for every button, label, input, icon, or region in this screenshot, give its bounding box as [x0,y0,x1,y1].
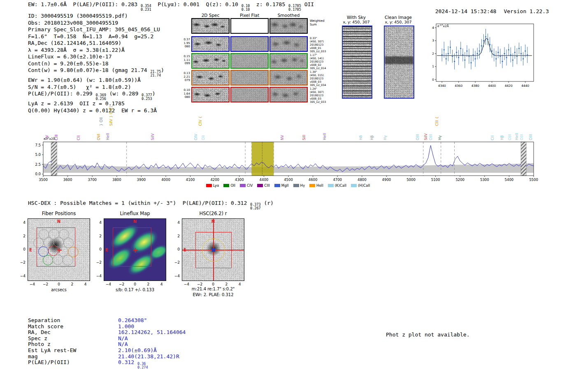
emission-line-label: Hβ [500,135,504,140]
x-tick-label: 5200 [455,178,465,182]
y-tick-label: 4 [19,220,26,225]
clean-image [384,26,414,99]
legend-item: (K)CaII [328,183,346,188]
data-point [489,44,490,45]
x-tick-label: 4500 [284,178,293,182]
data-point [483,40,484,41]
hsc-caption-1: m:21.4 re:1.7" s:0.2" [182,287,244,291]
y-tick-label: 0 [432,78,434,81]
lineflux-map-title: Lineflux Map [104,211,166,216]
info-line: Primary Spec_Slot_IFU_AMP: 305_045_056_L… [28,26,164,33]
emission-line-label: SiII [302,135,306,140]
y-tick-label: 3 [432,39,434,42]
summary-header: EW: 1.7±0.6Å P(LAE)/P(OII): 0.283 0.3540… [28,1,314,11]
emission-line-label: CIV { [198,116,202,126]
y-tick-label: 2 [95,234,102,238]
legend-swatch [223,184,229,187]
legend-swatch [257,184,263,187]
x-tick-label: −4 [104,282,112,286]
match-table-label: P(LAE)/P(OII) [28,360,118,369]
data-point [502,61,503,62]
legend-swatch [206,184,212,187]
emission-line-label: SiIV [151,133,155,140]
report-version: Version 1.22.3 [504,8,549,14]
x-tick-label: 3500 [39,178,48,182]
info-line: F=1.6" T=0.158 N̄=1.13 A=0.94 g=25.2 [28,33,164,40]
cutout-cell-flat [230,36,269,52]
emission-line-label: NV [280,135,284,140]
crosshair-marker [135,248,136,253]
info-line: P(LAE)/P(OII): 0.299 0.3690.256 (w: 0.28… [28,90,164,100]
emission-line-label: OIV [194,133,198,140]
data-point [493,54,495,56]
sky-lines-texture [343,26,372,98]
noise-band [43,163,534,173]
x-tick-label: 0 [55,282,63,286]
y-tick-label: 2 [19,234,26,238]
hsc-cutout-map: NE−4−4−2−2002244 [182,218,244,281]
north-label: N [28,219,90,224]
y-tick-label: 0 [173,247,180,251]
match-table-row: RA, Dec162.124262, 51.164064 [28,329,186,336]
catalog-position-marker [212,248,215,252]
x-tick-label: 4300 [235,178,244,182]
with-sky-title: With Sky [341,15,372,20]
lineflux-caption: s/b: 0.17 +/- 0.133 [104,288,166,292]
match-table-label: RA, Dec [28,329,118,336]
info-line: RA,Dec (162.124146,51.164059) [28,40,164,47]
data-point [499,56,501,57]
cutout-row-fiber-info: 1.17"(450, 141)20180123v008_02305_LU_014 [310,53,339,70]
cutout-row-left-stats: 0.371.95080 [181,38,190,49]
x-tick-label: 4360 [455,84,462,88]
legend-item: HeII [309,183,323,188]
data-point [497,52,499,53]
x-tick-label: 4100 [186,178,195,182]
fiber-map-xlabel: arcsecs [28,288,90,292]
col-title-smoothed: Smoothed [269,13,308,18]
detection-info-block: ID: 3000495519 (3000495519.pdf)Obs: 2018… [28,13,164,114]
x-tick-label: 3600 [63,178,72,182]
cutout-cell-smooth [269,36,308,52]
data-point [441,54,443,56]
data-point [458,57,459,58]
cutout-cell-spec [191,36,230,52]
full-spectrum-plot: 3500360037003800390040004100420043004400… [25,100,551,187]
x-tick-label: 4700 [333,178,342,182]
x-tick-label: 0 [209,282,217,286]
match-table-label: Est LyA rest-EW [28,348,118,354]
info-line: λ = 4393.28Å σ = 3.38(±1.22)Å [28,47,164,54]
x-tick-label: 4 [81,282,90,286]
y-tick-label: 4 [95,220,102,225]
y-tick-label: 5.0 [35,153,41,157]
emission-line-label: OIII [520,134,524,140]
cutout-cell-spec [191,70,230,86]
info-line: ID: 3000495519 (3000495519.pdf) [28,13,164,20]
match-table-label: Photo z [28,341,118,348]
y-tick-label: −4 [19,274,26,278]
stacked-value: 0.3690.256 [95,93,106,100]
data-point [491,51,492,52]
x-tick-label: 4400 [488,84,496,88]
y-tick-label: 4 [432,26,434,30]
y-axis-label: e-17x2Å [44,137,56,141]
y-tick-label: 2 [432,52,434,56]
hsc-map-title: HSC(26.2) r [182,211,244,216]
x-tick-label: −4 [182,282,190,286]
match-table-label: Separation [28,318,118,324]
clean-image-title: Clean Image [383,15,413,20]
x-tick-label: −2 [42,282,50,286]
cutout-row-left-stats: 0.151.11099 [181,55,190,65]
emission-line-label: OVI [97,134,101,140]
2d-cutouts: Weighted Sum0.371.950800.33"(450, 307)20… [191,18,339,105]
y-tick-label: 1 [432,65,434,68]
phot-z-note: Phot z plot not available. [386,332,470,339]
match-table-value: 0.264308" [118,318,147,324]
legend-item: Hγ [293,183,305,188]
emission-line-label: OIII [529,134,533,140]
x-tick-label: 3900 [137,178,146,182]
match-table-row: P(LAE)/P(OII)0.312 0.360.274 [28,360,186,369]
x-tick-label: 4800 [358,178,367,182]
match-table-value: N/A [118,341,128,348]
match-table-value: N/A [118,336,128,342]
stacked-value: 0.3540.231 [141,4,151,11]
